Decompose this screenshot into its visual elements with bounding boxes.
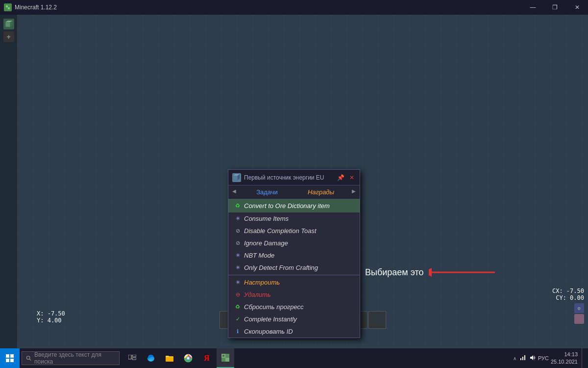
svg-rect-28 bbox=[222, 355, 224, 357]
taskbar-taskview-button[interactable] bbox=[123, 348, 141, 368]
taskbar-search[interactable]: Введите здесь текст для поиска bbox=[22, 351, 120, 365]
delete-text: Удалить bbox=[244, 291, 271, 298]
annotation-arrow-svg bbox=[429, 265, 497, 280]
copy-id-icon: ℹ bbox=[234, 328, 241, 335]
taskbar-minecraft-button[interactable] bbox=[217, 348, 234, 368]
network-icon[interactable] bbox=[519, 354, 526, 363]
complete-text: Complete Instantly bbox=[244, 315, 297, 323]
svg-rect-30 bbox=[522, 357, 523, 360]
taskbar-search-text: Введите здесь текст для поиска bbox=[34, 351, 115, 365]
tab-prev-arrow[interactable]: ◀ bbox=[228, 185, 240, 199]
svg-rect-13 bbox=[6, 359, 9, 362]
menu-item-complete[interactable]: ✓ Complete Instantly bbox=[228, 313, 360, 325]
minimize-button[interactable]: — bbox=[522, 0, 544, 15]
svg-marker-32 bbox=[530, 355, 533, 360]
active-item-icon: ♻ bbox=[234, 203, 241, 210]
taskbar-yandex-button[interactable]: Я bbox=[198, 348, 216, 368]
consume-text: Consume Items bbox=[244, 215, 289, 222]
menu-item-configure[interactable]: ✳ Настроить bbox=[228, 276, 360, 289]
configure-icon: ✳ bbox=[234, 279, 241, 286]
quest-cube-icon bbox=[232, 173, 241, 182]
reset-icon: ♻ bbox=[234, 304, 241, 311]
disable-toast-text: Disable Completion Toast bbox=[244, 227, 317, 235]
active-item-text: Convert to Ore Dictionary item bbox=[244, 202, 330, 210]
maximize-button[interactable]: ❐ bbox=[544, 0, 566, 15]
complete-icon: ✓ bbox=[234, 316, 241, 323]
coord-y: Y: 4.00 bbox=[37, 317, 65, 324]
svg-rect-27 bbox=[225, 358, 229, 362]
window-title: Minecraft 1.12.2 bbox=[15, 4, 57, 11]
taskbar-edge-button[interactable] bbox=[142, 348, 160, 368]
start-button[interactable] bbox=[0, 348, 20, 368]
menu-item-active[interactable]: ♻ Convert to Ore Dictionary item bbox=[228, 199, 360, 212]
volume-icon[interactable] bbox=[529, 354, 536, 363]
coordinates-left: X: -7.50 Y: 4.00 bbox=[37, 310, 65, 324]
tab-next-arrow[interactable]: ▶ bbox=[348, 185, 360, 199]
svg-rect-3 bbox=[5, 22, 10, 27]
coordinates-right: CX: -7.50 CY: 0.00 ⚙ bbox=[552, 288, 584, 324]
svg-point-24 bbox=[187, 357, 190, 360]
quest-panel-title: Первый источник энергии EU bbox=[244, 174, 324, 181]
hotbar-slot-9[interactable] bbox=[368, 311, 386, 329]
reset-text: Сбросить прогресс bbox=[244, 303, 304, 311]
menu-item-disable-toast[interactable]: ⊘ Disable Completion Toast bbox=[228, 225, 360, 237]
menu-divider bbox=[228, 275, 360, 275]
title-bar: Minecraft 1.12.2 — ❐ ✕ bbox=[0, 0, 588, 15]
menu-item-ignore-damage[interactable]: ⊘ Ignore Damage bbox=[228, 237, 360, 249]
coord-x: X: -7.50 bbox=[37, 310, 65, 317]
close-button[interactable]: ✕ bbox=[566, 0, 588, 15]
ignore-damage-icon: ⊘ bbox=[234, 240, 241, 247]
language-label: РУС bbox=[538, 355, 549, 361]
svg-rect-31 bbox=[524, 355, 525, 360]
nbt-icon: ✳ bbox=[234, 252, 241, 259]
app-icon bbox=[4, 3, 12, 11]
menu-item-detect-crafting[interactable]: ✳ Only Detect From Crafting bbox=[228, 262, 360, 274]
taskbar-sys-icons: ∧ bbox=[513, 354, 536, 363]
menu-item-consume[interactable]: ✳ Consume Items bbox=[228, 212, 360, 225]
svg-rect-2 bbox=[8, 7, 10, 9]
taskbar-app-icons: Я bbox=[123, 348, 234, 368]
quest-tabs: ◀ Задачи Награды ▶ bbox=[228, 185, 360, 199]
copy-id-text: Скопировать ID bbox=[244, 328, 293, 335]
quest-pin-button[interactable]: 📌 bbox=[336, 174, 346, 181]
quest-close-button[interactable]: ✕ bbox=[348, 174, 356, 181]
menu-item-delete[interactable]: ⊖ Удалить bbox=[228, 289, 360, 301]
detect-crafting-text: Only Detect From Crafting bbox=[244, 264, 318, 271]
clock-date: 25.10.2021 bbox=[551, 358, 578, 366]
svg-rect-19 bbox=[132, 358, 136, 360]
svg-rect-6 bbox=[233, 176, 238, 180]
annotation: Выбираем это bbox=[365, 265, 497, 280]
taskbar-right: ∧ РУС 14:13 25.10.2021 bbox=[513, 348, 588, 368]
svg-line-16 bbox=[29, 359, 31, 360]
left-sidebar: + bbox=[0, 15, 17, 348]
time-block[interactable]: 14:13 25.10.2021 bbox=[551, 351, 578, 366]
coord-cx: CX: -7.50 bbox=[552, 288, 584, 294]
nbt-text: NBT Mode bbox=[244, 252, 274, 259]
menu-item-nbt[interactable]: ✳ NBT Mode bbox=[228, 249, 360, 262]
game-area: X: -7.50 Y: 4.00 CX: -7.50 CY: 0.00 ⚙ bbox=[17, 15, 588, 348]
svg-rect-1 bbox=[6, 5, 8, 7]
svg-rect-12 bbox=[10, 354, 14, 358]
taskbar-explorer-button[interactable] bbox=[161, 348, 178, 368]
menu-item-copy-id[interactable]: ℹ Скопировать ID bbox=[228, 325, 360, 338]
show-desktop-button[interactable] bbox=[582, 348, 584, 368]
tab-zadachi[interactable]: Задачи bbox=[240, 185, 294, 199]
ignore-damage-text: Ignore Damage bbox=[244, 239, 288, 247]
search-icon bbox=[26, 355, 31, 361]
chevron-up-icon[interactable]: ∧ bbox=[513, 356, 516, 361]
sidebar-icon-cube[interactable] bbox=[3, 19, 14, 29]
svg-rect-14 bbox=[10, 359, 14, 362]
svg-point-15 bbox=[26, 356, 29, 359]
svg-rect-11 bbox=[6, 354, 9, 358]
taskbar-chrome-button[interactable] bbox=[179, 348, 197, 368]
svg-rect-29 bbox=[520, 358, 521, 360]
svg-rect-18 bbox=[132, 355, 136, 357]
detect-crafting-icon: ✳ bbox=[234, 264, 241, 271]
context-menu: Первый источник энергии EU 📌 ✕ ◀ Задачи … bbox=[228, 169, 360, 338]
tab-nagrady[interactable]: Награды bbox=[294, 185, 348, 199]
taskbar: Введите здесь текст для поиска bbox=[0, 348, 588, 368]
menu-item-reset[interactable]: ♻ Сбросить прогресс bbox=[228, 301, 360, 313]
annotation-text: Выбираем это bbox=[365, 267, 424, 278]
svg-rect-17 bbox=[128, 355, 131, 359]
sidebar-icon-add[interactable]: + bbox=[3, 31, 14, 42]
